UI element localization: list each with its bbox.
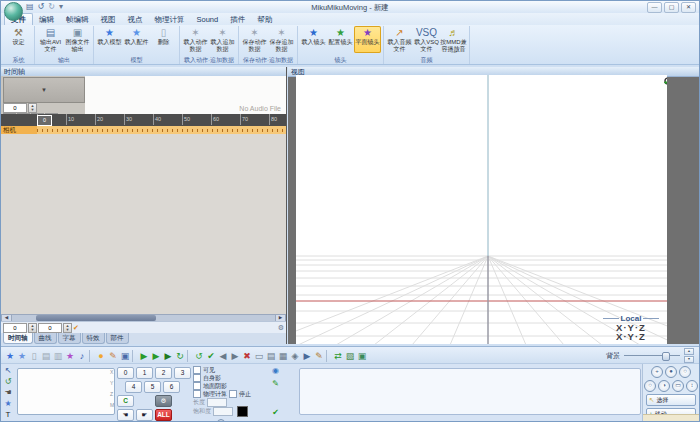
opacity-slider[interactable] bbox=[193, 418, 255, 422]
ribbon-tab[interactable]: 视图 bbox=[95, 14, 122, 25]
minimize-button[interactable]: — bbox=[647, 2, 662, 13]
toolbar-icon[interactable]: ▣ bbox=[119, 349, 131, 363]
toolbar-icon[interactable]: ▶ bbox=[229, 349, 241, 363]
bone-list-box[interactable] bbox=[17, 368, 115, 415]
numpad-button[interactable]: ☚ bbox=[117, 409, 134, 421]
toolbar-icon[interactable]: ▯ bbox=[28, 349, 40, 363]
ribbon-button[interactable]: ⚒ 设定 bbox=[5, 26, 32, 53]
timeline-tab[interactable]: 时间轴 bbox=[3, 333, 33, 344]
ribbon-tab[interactable]: 物理计算 bbox=[149, 14, 191, 25]
ribbon-button[interactable]: ✶ 载入追加数据 bbox=[209, 26, 236, 53]
model-select-dropdown[interactable]: ▼ bbox=[3, 77, 85, 103]
numpad-button[interactable]: C bbox=[117, 395, 134, 407]
toolbar-icon[interactable]: ♪ bbox=[76, 349, 88, 363]
range-end-input[interactable]: 0 bbox=[38, 323, 62, 333]
ribbon-button[interactable]: ✶ 载入动作数据 bbox=[182, 26, 209, 53]
view-preset-button[interactable]: + bbox=[651, 366, 663, 378]
toolbar-icon[interactable]: ▶ bbox=[301, 349, 313, 363]
toolbar-icon[interactable]: ◀ bbox=[217, 349, 229, 363]
ribbon-tab[interactable]: 帧编辑 bbox=[60, 14, 95, 25]
view-preset-button[interactable]: ● bbox=[665, 366, 677, 378]
timeline-ruler[interactable]: 01020304050607080 0 bbox=[1, 114, 286, 126]
ribbon-button[interactable]: ▤ 输出AVI文件 bbox=[37, 26, 64, 53]
checkbox[interactable] bbox=[193, 382, 201, 390]
ribbon-button[interactable]: ★ 配置镜头 bbox=[327, 26, 354, 53]
toolbar-icon[interactable]: ◈ bbox=[289, 349, 301, 363]
ribbon-button[interactable]: ★ 平面镜头 bbox=[354, 26, 381, 53]
timeline-tab[interactable]: 曲线 bbox=[34, 333, 57, 344]
range-start-input[interactable]: 0 bbox=[3, 323, 27, 333]
ribbon-tab[interactable]: 插件 bbox=[224, 14, 251, 25]
toolbar-icon[interactable]: ▧ bbox=[344, 349, 356, 363]
numpad-button[interactable]: ⚙ bbox=[155, 395, 172, 407]
toolbar-icon[interactable]: ✎ bbox=[107, 349, 119, 363]
edit-mode-icon[interactable]: ☚ bbox=[4, 388, 11, 398]
ribbon-button[interactable]: ★ 载入镜头 bbox=[300, 26, 327, 53]
edit-mode-icon[interactable]: ↖ bbox=[5, 366, 12, 376]
toolbar-icon[interactable]: ↺ bbox=[193, 349, 205, 363]
ribbon-button[interactable]: ↗ 载入音频文件 bbox=[386, 26, 413, 53]
toolbar-icon[interactable]: ▥ bbox=[52, 349, 64, 363]
edit-mode-icon[interactable]: ↺ bbox=[5, 377, 12, 387]
pan-move-icon[interactable] bbox=[664, 77, 667, 88]
close-button[interactable]: ✕ bbox=[681, 2, 696, 13]
toolbar-icon[interactable] bbox=[326, 350, 331, 362]
timeline-empty-area[interactable] bbox=[1, 134, 286, 314]
ribbon-button[interactable]: ✶ 保存追加数据 bbox=[268, 26, 295, 53]
numpad-button[interactable]: 5 bbox=[144, 381, 161, 393]
stop-checkbox[interactable] bbox=[229, 390, 237, 398]
toolbar-icon[interactable]: ⇄ bbox=[332, 349, 344, 363]
background-slider[interactable] bbox=[624, 351, 680, 360]
ribbon-tab[interactable]: 帮助 bbox=[251, 14, 278, 25]
frame-spinner[interactable]: ▲▼ bbox=[28, 103, 37, 113]
audio-waveform-area[interactable]: No Audio File bbox=[85, 76, 286, 115]
numpad-button[interactable]: 0 bbox=[117, 367, 134, 379]
edge-width-input[interactable] bbox=[207, 398, 227, 407]
view-preset-button[interactable]: ◑ bbox=[658, 380, 670, 392]
numpad-button[interactable]: 6 bbox=[163, 381, 180, 393]
toolbar-icon[interactable]: ▶ bbox=[162, 349, 174, 363]
view-preset-button[interactable]: ○ bbox=[679, 366, 691, 378]
toolbar-icon[interactable]: ★ bbox=[64, 349, 76, 363]
ribbon-button[interactable]: ✶ 保存动作数据 bbox=[241, 26, 268, 53]
maximize-button[interactable]: ▢ bbox=[664, 2, 679, 13]
toolbar-icon[interactable]: ▶ bbox=[138, 349, 150, 363]
numpad-button[interactable]: 1 bbox=[136, 367, 153, 379]
toolbar-icon[interactable]: ✎ bbox=[313, 349, 325, 363]
edit-mode-icon[interactable]: T bbox=[6, 410, 11, 420]
view-preset-button[interactable]: ○ bbox=[644, 380, 656, 392]
view-preset-button[interactable]: ↕ bbox=[686, 380, 698, 392]
toolbar-icon[interactable] bbox=[89, 350, 94, 362]
ribbon-tab[interactable]: 编辑 bbox=[33, 14, 60, 25]
axis-rotate-buttons[interactable]: X·Y·Z bbox=[603, 332, 659, 341]
ribbon-button[interactable]: ▣ 图像文件输出 bbox=[64, 26, 91, 53]
physics-checkbox[interactable] bbox=[193, 390, 201, 398]
toolbar-icon[interactable]: ▤ bbox=[40, 349, 52, 363]
toolbar-icon[interactable]: ✔ bbox=[205, 349, 217, 363]
camera-row-label[interactable]: 相机 bbox=[1, 126, 37, 134]
frame-cursor[interactable]: 0 bbox=[37, 115, 52, 126]
frame-number-input[interactable]: 0 bbox=[3, 103, 27, 113]
numpad-button[interactable]: 4 bbox=[125, 381, 142, 393]
toolbar-icon[interactable]: ↻ bbox=[174, 349, 186, 363]
checkbox[interactable] bbox=[193, 374, 201, 382]
timeline-tab[interactable]: 字幕 bbox=[58, 333, 81, 344]
toolbar-icon[interactable]: ▣ bbox=[356, 349, 368, 363]
slider-knob[interactable] bbox=[662, 352, 670, 361]
ribbon-button[interactable]: ♬ 按MMD兼容播放音频 bbox=[440, 26, 467, 53]
apply-check-icon[interactable]: ✔ bbox=[272, 408, 279, 417]
toolbar-icon[interactable] bbox=[132, 350, 137, 362]
timeline-settings-icon[interactable]: ⚙ bbox=[278, 324, 284, 332]
ribbon-button[interactable]: ▯ 删除 bbox=[150, 26, 177, 53]
edge-color-swatch[interactable] bbox=[237, 406, 248, 417]
numpad-button[interactable]: ALL bbox=[155, 409, 172, 421]
edit-mode-icon[interactable]: ★ bbox=[4, 399, 11, 409]
view-preset-button[interactable]: ▭ bbox=[672, 380, 684, 392]
timeline-tab[interactable]: 特效 bbox=[82, 333, 105, 344]
viewport-3d-canvas[interactable]: Local X·Y·Z X·Y·Z bbox=[296, 75, 667, 344]
ribbon-button[interactable]: VSQ 载入VSQ文件 bbox=[413, 26, 440, 53]
transform-mode-button[interactable]: ↖ 选择 bbox=[646, 394, 696, 406]
numpad-button[interactable]: 2 bbox=[155, 367, 172, 379]
toolbar-icon[interactable]: ★ bbox=[4, 349, 16, 363]
toolbar-icon[interactable]: ▤ bbox=[265, 349, 277, 363]
